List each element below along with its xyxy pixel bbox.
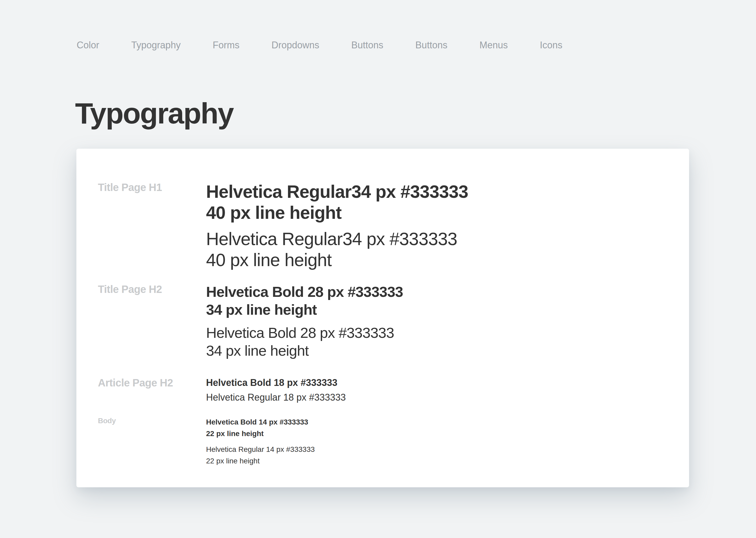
specimen-line: Helvetica Regular34 px #333333	[206, 181, 673, 202]
page-title: Typography	[75, 98, 233, 129]
specimen-line: Helvetica Regular34 px #333333	[206, 228, 673, 249]
specimen-line: Helvetica Bold 18 px #333333	[206, 376, 673, 389]
nav-item-forms[interactable]: Forms	[213, 39, 239, 51]
row-label: Body	[98, 416, 206, 425]
top-nav: Color Typography Forms Dropdowns Buttons…	[77, 39, 563, 51]
specimen-line: 22 px line height	[206, 428, 673, 440]
specimen-line: 40 px line height	[206, 249, 673, 270]
nav-item-color[interactable]: Color	[77, 39, 99, 51]
nav-item-menus[interactable]: Menus	[479, 39, 508, 51]
specimen-bold-block: Helvetica Bold 14 px #333333 22 px line …	[206, 416, 673, 440]
specimen-bold-block: Helvetica Regular34 px #333333 40 px lin…	[206, 181, 673, 223]
specimen-line: Helvetica Regular 18 px #333333	[206, 391, 673, 404]
specimen-line: 34 px line height	[206, 342, 673, 360]
specimen-row-title-page-h2: Title Page H2 Helvetica Bold 28 px #3333…	[98, 283, 673, 360]
nav-item-typography[interactable]: Typography	[131, 39, 181, 51]
specimen-regular-block: Helvetica Regular 18 px #333333	[206, 391, 673, 404]
nav-item-icons[interactable]: Icons	[540, 39, 563, 51]
specimen-row-article-page-h2: Article Page H2 Helvetica Bold 18 px #33…	[98, 376, 673, 404]
row-label: Title Page H2	[98, 283, 206, 296]
specimen-line: 22 px line height	[206, 455, 673, 467]
row-label: Article Page H2	[98, 376, 206, 389]
specimen-row-title-page-h1: Title Page H1 Helvetica Regular34 px #33…	[98, 181, 673, 270]
row-label: Title Page H1	[98, 181, 206, 193]
specimen-line: 40 px line height	[206, 202, 673, 223]
specimen-line: Helvetica Regular 14 px #333333	[206, 444, 673, 455]
typography-specimen-card: Title Page H1 Helvetica Regular34 px #33…	[76, 149, 689, 487]
specimen-regular-block: Helvetica Bold 28 px #333333 34 px line …	[206, 324, 673, 360]
specimen-line: Helvetica Bold 28 px #333333	[206, 283, 673, 301]
specimen-bold-block: Helvetica Bold 28 px #333333 34 px line …	[206, 283, 673, 319]
specimen-regular-block: Helvetica Regular 14 px #333333 22 px li…	[206, 444, 673, 467]
nav-item-dropdowns[interactable]: Dropdowns	[271, 39, 319, 51]
nav-item-buttons-1[interactable]: Buttons	[351, 39, 383, 51]
specimen-bold-block: Helvetica Bold 18 px #333333	[206, 376, 673, 389]
specimen-line: 34 px line height	[206, 301, 673, 319]
specimen-row-body: Body Helvetica Bold 14 px #333333 22 px …	[98, 416, 673, 467]
specimen-line: Helvetica Bold 28 px #333333	[206, 324, 673, 342]
style-guide-page: { "nav": { "items": [ { "label": "Color"…	[0, 0, 756, 538]
nav-item-buttons-2[interactable]: Buttons	[415, 39, 447, 51]
specimen-line: Helvetica Bold 14 px #333333	[206, 416, 673, 428]
specimen-regular-block: Helvetica Regular34 px #333333 40 px lin…	[206, 228, 673, 270]
